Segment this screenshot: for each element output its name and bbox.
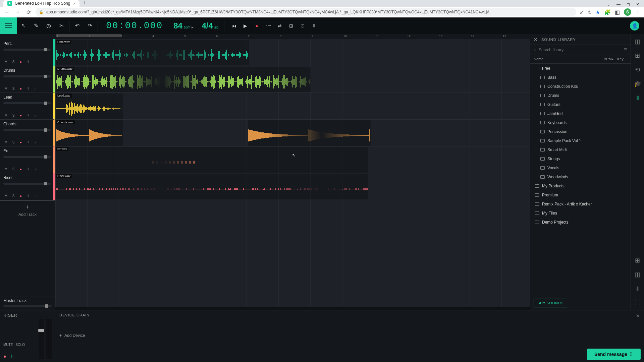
automation-icon[interactable]: ⟋ bbox=[33, 86, 38, 91]
send-message-button[interactable]: Send message bbox=[587, 349, 641, 360]
arm-record-icon[interactable]: ● bbox=[18, 59, 23, 64]
share-icon[interactable]: ⎋ bbox=[588, 9, 591, 15]
mixer-icon[interactable]: ⦀ bbox=[25, 139, 31, 145]
channel-mixer-icon[interactable]: ⦀ bbox=[10, 353, 12, 359]
side-panel-icon[interactable]: ◧ bbox=[615, 9, 620, 15]
extensions-icon[interactable]: 🧩 bbox=[604, 9, 611, 15]
solo-button[interactable]: S bbox=[11, 86, 16, 91]
search-input[interactable] bbox=[539, 48, 621, 52]
solo-button[interactable]: S bbox=[11, 59, 16, 64]
install-pwa-icon[interactable]: ⤢ bbox=[580, 9, 584, 15]
volume-slider[interactable] bbox=[3, 183, 51, 185]
audio-clip[interactable] bbox=[248, 120, 371, 146]
filter-icon[interactable]: ☰ bbox=[624, 48, 627, 52]
library-folder[interactable]: Strings bbox=[530, 154, 631, 163]
menu-icon[interactable]: ⋮ bbox=[635, 9, 641, 15]
track-header[interactable]: LeadMS●⦀⟋ bbox=[0, 93, 55, 120]
library-folder[interactable]: Woodwinds bbox=[530, 172, 631, 181]
solo-button[interactable]: SOLO bbox=[15, 343, 25, 347]
solo-button[interactable]: S bbox=[11, 139, 16, 145]
library-folder[interactable]: My Products bbox=[530, 181, 631, 190]
undo-icon[interactable]: ↶ bbox=[71, 17, 84, 34]
loop-toggle-icon[interactable]: ⇄ bbox=[275, 21, 285, 31]
track-lane[interactable]: Drums.wav bbox=[55, 66, 530, 93]
library-folder[interactable]: JamGrid bbox=[530, 109, 631, 118]
mute-button[interactable]: MUTE bbox=[3, 343, 13, 347]
volume-slider[interactable] bbox=[3, 75, 51, 77]
record-icon[interactable]: ● bbox=[252, 21, 262, 31]
snap-icon[interactable]: ⊞ bbox=[286, 21, 296, 31]
cut-tool-icon[interactable]: ✂ bbox=[55, 17, 68, 34]
bookmark-icon[interactable]: ★ bbox=[595, 9, 600, 15]
fader[interactable] bbox=[39, 319, 44, 359]
track-lane[interactable]: Fx.wav bbox=[55, 146, 530, 173]
mixer-icon[interactable]: ⦀ bbox=[25, 166, 31, 172]
mixer-icon[interactable]: ⦀ bbox=[25, 193, 31, 198]
track-header[interactable]: RiserMS●⦀⟋ bbox=[0, 173, 55, 200]
library-folder[interactable]: Bass bbox=[530, 73, 631, 82]
mixer-icon[interactable]: ⦀ bbox=[25, 86, 31, 91]
automation-icon[interactable]: ⟋ bbox=[33, 193, 38, 198]
browser-tab[interactable]: A Generated Lo-Fi Hip Hop Song × bbox=[3, 0, 79, 7]
audio-clip[interactable]: Lead.wav bbox=[56, 94, 123, 119]
volume-slider[interactable] bbox=[3, 102, 51, 104]
volume-slider[interactable] bbox=[3, 129, 51, 131]
automation-icon[interactable]: ⟋ bbox=[33, 113, 38, 118]
library-folder[interactable]: Free bbox=[530, 64, 631, 73]
library-folder[interactable]: Smart Midi bbox=[530, 145, 631, 154]
redo-icon[interactable]: ↷ bbox=[84, 17, 96, 34]
profile-avatar[interactable]: S bbox=[624, 8, 631, 16]
volume-slider[interactable] bbox=[3, 156, 51, 158]
library-toggle-icon[interactable]: ◫ bbox=[634, 38, 642, 46]
master-track-header[interactable]: Master Track bbox=[0, 297, 55, 310]
col-bpm[interactable]: BPM▴ bbox=[604, 57, 617, 61]
count-in-icon[interactable]: ⏲ bbox=[298, 21, 308, 31]
library-folder[interactable]: Vocals bbox=[530, 163, 631, 172]
minimize-icon[interactable]: ― bbox=[616, 2, 621, 7]
library-folder[interactable]: Remix Pack - Artik x Kacher bbox=[530, 199, 631, 208]
bar-ruler[interactable]: 123456789101112131415 bbox=[55, 34, 530, 39]
piano-roll-icon[interactable]: ⦀ bbox=[634, 285, 642, 293]
library-folder[interactable]: Demo Projects bbox=[530, 218, 631, 227]
reload-icon[interactable]: ⟳ bbox=[25, 9, 32, 15]
track-header[interactable]: FxMS●⦀⟋ bbox=[0, 146, 55, 173]
audio-clip[interactable]: Chords.wav bbox=[56, 120, 123, 146]
metronome-icon[interactable]: 〰 bbox=[263, 21, 273, 31]
audio-clip[interactable]: Fx.wav bbox=[56, 147, 368, 173]
user-menu[interactable]: 👤 bbox=[630, 21, 644, 31]
mute-button[interactable]: M bbox=[3, 86, 9, 91]
new-tab-button[interactable]: + bbox=[79, 0, 89, 7]
mixer-icon[interactable]: ⦀ bbox=[25, 113, 31, 118]
track-lane[interactable]: Riser.wav bbox=[55, 173, 530, 200]
track-lane[interactable]: Perc.wav bbox=[55, 39, 530, 66]
url-input[interactable]: 🔒 app.ampedstudio.com/?_gl=1*zkt20c*_ga*… bbox=[36, 8, 576, 16]
col-key[interactable]: Key bbox=[617, 57, 627, 61]
arm-record-icon[interactable]: ● bbox=[18, 86, 23, 91]
library-folder[interactable]: Sample Pack Vol 1 bbox=[530, 136, 631, 145]
track-header[interactable]: PercMS●⦀⟋ bbox=[0, 39, 55, 66]
audio-clip[interactable]: Drums.wav bbox=[56, 67, 311, 92]
close-window-icon[interactable]: ✕ bbox=[636, 2, 639, 7]
arm-record-icon[interactable]: ● bbox=[3, 353, 6, 359]
time-stretch-icon[interactable]: ◷ bbox=[42, 17, 55, 34]
mixer-icon[interactable]: ⦀ bbox=[25, 59, 31, 64]
play-icon[interactable]: ▶ bbox=[240, 21, 251, 31]
arm-record-icon[interactable]: ● bbox=[18, 166, 23, 172]
track-lane[interactable]: Chords.wav bbox=[55, 120, 530, 146]
grid-tool-icon[interactable]: ⊞ bbox=[634, 52, 642, 60]
fullscreen-icon[interactable]: ⛶ bbox=[634, 299, 642, 307]
audio-clip[interactable]: Riser.wav bbox=[56, 174, 368, 199]
mute-button[interactable]: M bbox=[3, 166, 9, 172]
pencil-tool-icon[interactable]: ✎ bbox=[30, 17, 42, 34]
library-folder[interactable]: Premium bbox=[530, 190, 631, 199]
solo-button[interactable]: S bbox=[11, 166, 16, 172]
add-device-button[interactable]: + Add Device bbox=[59, 333, 640, 338]
col-name[interactable]: Name bbox=[534, 57, 604, 61]
arm-record-icon[interactable]: ● bbox=[18, 113, 23, 118]
add-track-button[interactable]: + Add Track bbox=[0, 200, 55, 220]
master-volume-slider[interactable] bbox=[3, 305, 52, 307]
chevron-down-icon[interactable]: ⌄ bbox=[607, 2, 610, 7]
automation-icon[interactable]: ⟋ bbox=[33, 139, 38, 145]
maximize-icon[interactable]: ◻ bbox=[627, 2, 630, 7]
editor-icon[interactable]: ◫ bbox=[634, 270, 642, 279]
